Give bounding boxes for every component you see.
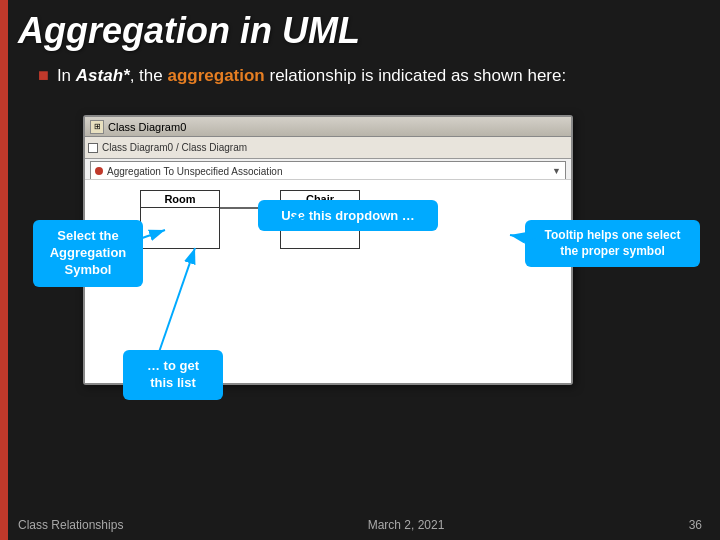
dropdown-label: Aggregation To Unspecified Association xyxy=(107,166,282,177)
callout-select-aggregation: Select the Aggregation Symbol xyxy=(33,220,143,287)
aggregation-dropdown[interactable]: Aggregation To Unspecified Association ▼ xyxy=(90,161,566,181)
callout-tooltip-text: Tooltip helps one selectthe proper symbo… xyxy=(545,228,681,258)
callout-dropdown-text: Use this dropdown … xyxy=(281,208,415,223)
dropdown-arrow-icon: ▼ xyxy=(552,166,561,176)
window-title: Class Diagram0 xyxy=(108,121,186,133)
breadcrumb: Class Diagram0 / Class Diagram xyxy=(102,142,247,153)
callout-use-dropdown: Use this dropdown … xyxy=(258,200,438,231)
callout-select-text: Select the Aggregation Symbol xyxy=(50,228,127,277)
bullet-icon: ■ xyxy=(38,65,49,86)
bullet-text: In Astah*, the aggregation relationship … xyxy=(57,64,566,88)
content-area: Aggregation in UML ■ In Astah*, the aggr… xyxy=(18,10,710,530)
footer-center: March 2, 2021 xyxy=(368,518,445,532)
footer: Class Relationships March 2, 2021 36 xyxy=(18,518,702,532)
footer-left: Class Relationships xyxy=(18,518,123,532)
accent-bar xyxy=(0,0,8,540)
bullet-item: ■ In Astah*, the aggregation relationshi… xyxy=(38,64,710,88)
bullet-suffix: relationship is indicated as shown here: xyxy=(265,66,566,85)
bullet-middle: , the xyxy=(130,66,168,85)
slide: Aggregation in UML ■ In Astah*, the aggr… xyxy=(0,0,720,540)
callout-list-text: … to getthis list xyxy=(147,358,199,390)
bullet-bold-italic: Astah* xyxy=(76,66,130,85)
window-title-bar: ⊞ Class Diagram0 xyxy=(85,117,571,137)
bullet-prefix: In xyxy=(57,66,76,85)
window-icon: ⊞ xyxy=(90,120,104,134)
second-toolbar: Class Diagram0 / Class Diagram xyxy=(85,137,571,159)
title-text: Aggregation in UML xyxy=(18,10,360,51)
bullet-highlight: aggregation xyxy=(167,66,264,85)
slide-title: Aggregation in UML xyxy=(18,10,710,52)
uml-window: ⊞ Class Diagram0 Class Diagram0 / Class … xyxy=(83,115,573,385)
callout-get-list: … to getthis list xyxy=(123,350,223,400)
checkbox[interactable] xyxy=(88,143,98,153)
callout-tooltip: Tooltip helps one selectthe proper symbo… xyxy=(525,220,700,267)
footer-right: 36 xyxy=(689,518,702,532)
